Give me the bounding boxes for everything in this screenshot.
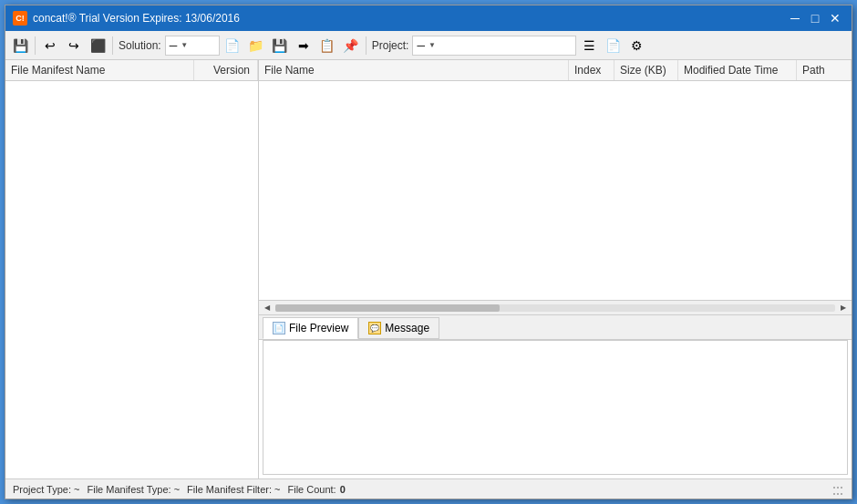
- new-button[interactable]: 💾: [9, 35, 31, 57]
- col-size: Size (KB): [614, 60, 678, 80]
- project-dropdown-value: ─: [417, 39, 425, 52]
- solution-save-button[interactable]: 💾: [269, 35, 291, 57]
- right-panel-header: File Name Index Size (KB) Modified Date …: [259, 60, 852, 81]
- app-icon: C!: [13, 11, 27, 26]
- status-file-count-label: File Count:: [287, 484, 336, 495]
- col-index: Index: [569, 60, 614, 80]
- solution-arrow-button[interactable]: ➡: [293, 35, 315, 57]
- project-settings-button[interactable]: ⚙: [625, 35, 647, 57]
- left-panel-content[interactable]: [5, 81, 258, 478]
- status-manifest-type: File Manifest Type: ~: [87, 484, 180, 495]
- project-list-button[interactable]: ☰: [578, 35, 600, 57]
- right-panel-content[interactable]: [259, 81, 852, 300]
- col-modified: Modified Date Time: [678, 60, 797, 80]
- col-path: Path: [797, 60, 852, 80]
- h-scroll-thumb: [275, 304, 500, 312]
- right-panel: File Name Index Size (KB) Modified Date …: [259, 60, 852, 478]
- col-file-name: File Name: [259, 60, 569, 80]
- solution-dropdown-arrow: ▼: [181, 41, 188, 49]
- maximize-button[interactable]: □: [806, 9, 824, 27]
- solution-dropdown[interactable]: ─ ▼: [165, 36, 220, 56]
- solution-label: Solution:: [119, 39, 161, 52]
- tab-message-label: Message: [385, 322, 429, 334]
- h-scrollbar[interactable]: ◀ ▶: [259, 300, 852, 314]
- toolbar: 💾 ↩ ↪ ⬛ Solution: ─ ▼ 📄 📁 💾 ➡ 📋 📌 Projec…: [5, 31, 852, 60]
- h-scroll-track[interactable]: [275, 304, 835, 312]
- status-bar: Project Type: ~ File Manifest Type: ~ Fi…: [5, 478, 852, 499]
- bottom-tabs-panel: 📄 File Preview 💬 Message: [259, 314, 852, 478]
- tab-message[interactable]: 💬 Message: [358, 317, 439, 339]
- window-title: concat!® Trial Version Expires: 13/06/20…: [33, 12, 240, 25]
- main-content: File Manifest Name Version File Name Ind…: [5, 60, 852, 478]
- title-bar-controls: ─ □ ✕: [786, 9, 844, 27]
- solution-dropdown-value: ─: [170, 39, 178, 52]
- toolbar-sep-1: [35, 36, 36, 55]
- solution-paste-button[interactable]: 📌: [340, 35, 362, 57]
- bottom-tabs-header: 📄 File Preview 💬 Message: [259, 315, 852, 340]
- undo-button[interactable]: ↩: [39, 35, 61, 57]
- resize-grip[interactable]: [833, 484, 844, 495]
- message-icon: 💬: [368, 322, 381, 334]
- status-project-type: Project Type: ~: [13, 484, 79, 495]
- tab-file-preview-label: File Preview: [289, 322, 348, 334]
- h-scroll-left[interactable]: ◀: [261, 302, 274, 314]
- status-manifest-filter: File Manifest Filter: ~: [187, 484, 280, 495]
- redo-button[interactable]: ↪: [63, 35, 85, 57]
- toolbar-sep-2: [112, 36, 113, 55]
- toolbar-sep-3: [366, 36, 367, 55]
- tab-file-preview[interactable]: 📄 File Preview: [263, 317, 358, 339]
- project-dropdown[interactable]: ─ ▼: [412, 36, 576, 56]
- left-panel: File Manifest Name Version: [5, 60, 259, 478]
- stop-button[interactable]: ⬛: [87, 35, 108, 57]
- minimize-button[interactable]: ─: [786, 9, 804, 27]
- solution-open-button[interactable]: 📁: [245, 35, 267, 57]
- solution-copy-button[interactable]: 📋: [316, 35, 338, 57]
- close-button[interactable]: ✕: [826, 9, 844, 27]
- status-file-count-value: 0: [340, 484, 346, 495]
- col-version: Version: [194, 60, 258, 80]
- project-dropdown-arrow: ▼: [428, 41, 436, 49]
- file-preview-icon: 📄: [273, 322, 285, 334]
- col-manifest-name: File Manifest Name: [5, 60, 194, 80]
- project-detail-button[interactable]: 📄: [602, 35, 624, 57]
- project-label: Project:: [372, 39, 409, 52]
- main-window: C! concat!® Trial Version Expires: 13/06…: [5, 5, 852, 499]
- left-panel-header: File Manifest Name Version: [5, 60, 258, 81]
- solution-new-button[interactable]: 📄: [222, 35, 243, 57]
- title-bar-left: C! concat!® Trial Version Expires: 13/06…: [13, 11, 240, 26]
- h-scroll-right[interactable]: ▶: [837, 302, 850, 314]
- title-bar: C! concat!® Trial Version Expires: 13/06…: [5, 5, 852, 31]
- bottom-tab-content[interactable]: [263, 340, 848, 475]
